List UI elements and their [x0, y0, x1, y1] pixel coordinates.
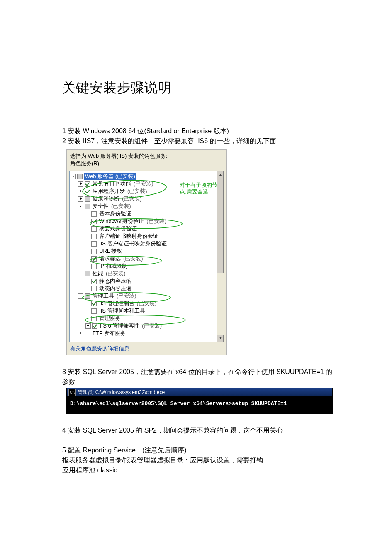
tree-checkbox[interactable] [85, 204, 90, 209]
tree-node-label: 客户端证书映射身份验证 [98, 232, 159, 240]
collapse-icon[interactable]: - [78, 271, 83, 276]
tree-node-label: 静态内容压缩 [98, 277, 132, 285]
tree-node[interactable]: 请求筛选 (已安装) [71, 255, 223, 262]
annotation-text: 对于有子项的节点,需要全选 [180, 182, 221, 195]
tree-node-label: 基本身份验证 [98, 210, 132, 218]
page-title: 关键安装步骤说明 [62, 79, 338, 97]
tree-node-label: 常见 HTTP 功能 [92, 180, 132, 188]
tree-node[interactable]: 客户端证书映射身份验证 [71, 232, 223, 240]
collapse-icon[interactable]: - [78, 204, 83, 209]
tree-node[interactable]: 基本身份验证 [71, 210, 223, 218]
expander-placeholder [85, 309, 90, 313]
tree-node-label: IIS 客户端证书映射身份验证 [98, 240, 168, 247]
tree-checkbox[interactable] [91, 301, 97, 306]
expand-icon[interactable]: + [78, 196, 83, 202]
tree-node-label: 摘要式身份验证 [98, 225, 138, 232]
tree-node-label: Web 服务器 [84, 173, 114, 180]
tree-node-label: Windows 身份验证 [98, 218, 145, 225]
tree-checkbox[interactable] [91, 241, 97, 247]
tree-node[interactable]: URL 授权 [71, 247, 223, 255]
tree-node-label: 健康和诊断 [92, 195, 120, 203]
expander-placeholder [85, 242, 90, 246]
tree-node[interactable]: IIS 管理控制台 (已安装) [71, 300, 223, 307]
tree-checkbox[interactable] [91, 256, 97, 262]
tree-node[interactable]: Windows 身份验证 (已安装) [71, 218, 223, 225]
role-services-tree[interactable]: -Web 服务器 (已安装)+常见 HTTP 功能 (已安装)+应用程序开发 (… [69, 171, 224, 342]
collapse-icon[interactable]: - [71, 174, 76, 179]
tree-checkbox[interactable] [85, 196, 90, 202]
tree-checkbox[interactable] [77, 174, 83, 179]
tree-node[interactable]: -Web 服务器 (已安装) [71, 173, 223, 180]
tree-node[interactable]: 动态内容压缩 [71, 285, 223, 292]
tree-checkbox[interactable] [91, 211, 97, 217]
tree-checkbox[interactable] [91, 249, 97, 254]
tree-node[interactable]: 静态内容压缩 [71, 277, 223, 285]
installed-badge: (已安装) [114, 173, 136, 180]
tree-node[interactable]: 摘要式身份验证 [71, 225, 223, 232]
iis-header-line2: 角色服务(R): [70, 160, 223, 167]
tree-node[interactable]: +IIS 6 管理兼容性 (已安装) [71, 322, 223, 330]
tree-node-label: 管理服务 [98, 315, 122, 322]
expand-icon[interactable]: + [78, 181, 83, 187]
tree-node[interactable]: 管理服务 [71, 315, 223, 322]
installed-badge: (已安装) [146, 218, 166, 225]
tree-checkbox[interactable] [85, 271, 90, 276]
installed-badge: (已安装) [134, 180, 153, 188]
tree-node-label: FTP 发布服务 [92, 330, 127, 337]
tree-node-label: 应用程序开发 [92, 188, 126, 195]
expand-icon[interactable]: + [78, 189, 83, 194]
tree-checkbox[interactable] [91, 279, 97, 284]
tree-checkbox[interactable] [85, 189, 90, 194]
installed-badge: (已安装) [142, 322, 162, 330]
role-services-details-link[interactable]: 有关角色服务的详细信息 [70, 345, 129, 352]
tree-checkbox[interactable] [91, 226, 97, 232]
installed-badge: (已安装) [127, 188, 147, 195]
tree-checkbox[interactable] [91, 264, 97, 269]
tree-node[interactable]: IP 和域限制 [71, 262, 223, 270]
tree-node[interactable]: IIS 客户端证书映射身份验证 [71, 240, 223, 247]
cmd-icon: C:\ [68, 389, 76, 396]
tree-checkbox[interactable] [85, 181, 90, 187]
step-5b: 应用程序池:classic [62, 465, 338, 475]
tree-node[interactable]: +FTP 发布服务 [71, 330, 223, 337]
tree-scrollbar[interactable]: ▴ ▾ [217, 171, 224, 342]
tree-checkbox[interactable] [91, 219, 97, 224]
cmd-title-text: 管理员: C:\Windows\system32\cmd.exe [78, 389, 165, 396]
collapse-icon[interactable]: - [78, 293, 83, 299]
expander-placeholder [85, 286, 90, 291]
expand-icon[interactable]: + [85, 323, 91, 329]
expander-placeholder [85, 227, 90, 231]
expander-placeholder [85, 301, 90, 306]
tree-node-label: IIS 管理脚本和工具 [98, 307, 146, 315]
tree-node[interactable]: -性能 (已安装) [71, 270, 223, 277]
step-1: 1 安装 Windows 2008 64 位(Stardard or Enter… [62, 126, 338, 136]
tree-checkbox[interactable] [91, 308, 97, 314]
installed-badge: (已安装) [137, 300, 157, 307]
expander-placeholder [85, 264, 90, 269]
installed-badge: (已安装) [111, 203, 131, 210]
tree-node[interactable]: IIS 管理脚本和工具 [71, 307, 223, 315]
installed-badge: (已安装) [106, 270, 126, 277]
tree-checkbox[interactable] [85, 293, 90, 299]
installed-badge: (已安装) [123, 255, 143, 262]
tree-node[interactable]: -管理工具 (已安装) [71, 292, 223, 300]
tree-checkbox[interactable] [91, 316, 97, 321]
tree-node-label: 性能 [92, 270, 104, 277]
step-2: 2 安装 IIS7，注意安装的组件，至少需要兼容 IIS6 的一些，详细的见下面 [62, 136, 338, 146]
scroll-up-icon[interactable]: ▴ [217, 171, 224, 178]
tree-checkbox[interactable] [91, 286, 97, 291]
scroll-down-icon[interactable]: ▾ [217, 335, 224, 342]
iis-role-services-panel: 选择为 Web 服务器(IIS) 安装的角色服务: 角色服务(R): -Web … [66, 149, 227, 355]
step-5: 5 配置 Reporting Service：(注意先后顺序) [62, 445, 338, 455]
tree-checkbox[interactable] [85, 331, 90, 336]
tree-node[interactable]: +健康和诊断 (已安装) [71, 195, 223, 203]
tree-checkbox[interactable] [92, 323, 97, 329]
tree-node[interactable]: -安全性 (已安装) [71, 203, 223, 210]
tree-node-label: IIS 管理控制台 [98, 300, 135, 307]
expand-icon[interactable]: + [78, 331, 83, 336]
expander-placeholder [85, 219, 90, 224]
tree-checkbox[interactable] [91, 234, 97, 239]
step-4: 4 安装 SQL Server 2005 的 SP2，期间会提示不兼容的问题，这… [62, 425, 338, 435]
step-5a: 报表服务器虚拟目录/报表管理器虚拟目录：应用默认设置，需要打钩 [62, 455, 338, 465]
iis-header-line1: 选择为 Web 服务器(IIS) 安装的角色服务: [70, 152, 223, 160]
